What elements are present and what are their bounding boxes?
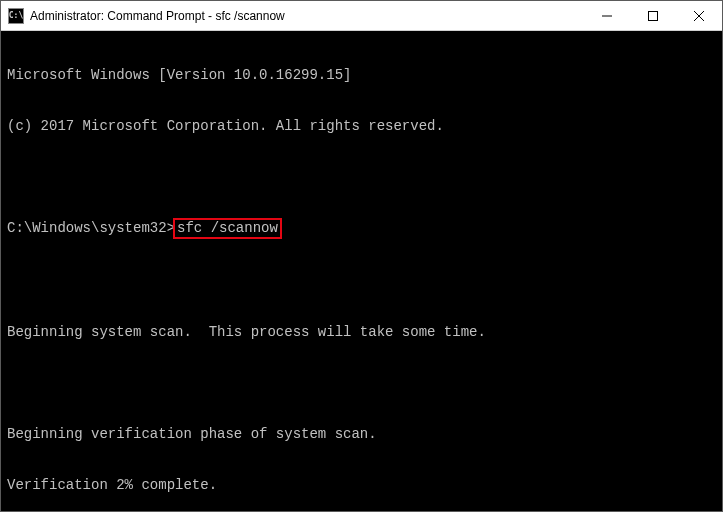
window-title: Administrator: Command Prompt - sfc /sca…: [30, 9, 584, 23]
close-button[interactable]: [676, 1, 722, 30]
verification-progress-line: Verification 2% complete.: [7, 477, 716, 494]
console-area[interactable]: Microsoft Windows [Version 10.0.16299.15…: [1, 31, 722, 511]
blank-line: [7, 169, 716, 186]
scan-begin-line: Beginning system scan. This process will…: [7, 324, 716, 341]
blank-line: [7, 375, 716, 392]
command-prompt-window: C:\ Administrator: Command Prompt - sfc …: [0, 0, 723, 512]
minimize-icon: [602, 11, 612, 21]
blank-line: [7, 273, 716, 290]
maximize-button[interactable]: [630, 1, 676, 30]
version-line: Microsoft Windows [Version 10.0.16299.15…: [7, 67, 716, 84]
prompt-line: C:\Windows\system32>sfc /scannow: [7, 220, 716, 239]
command-highlight: sfc /scannow: [173, 218, 282, 239]
window-controls: [584, 1, 722, 30]
prompt-text: C:\Windows\system32>: [7, 220, 175, 236]
close-icon: [694, 11, 704, 21]
copyright-line: (c) 2017 Microsoft Corporation. All righ…: [7, 118, 716, 135]
titlebar[interactable]: C:\ Administrator: Command Prompt - sfc …: [1, 1, 722, 31]
verification-phase-line: Beginning verification phase of system s…: [7, 426, 716, 443]
maximize-icon: [648, 11, 658, 21]
app-icon: C:\: [8, 8, 24, 24]
svg-rect-1: [649, 11, 658, 20]
minimize-button[interactable]: [584, 1, 630, 30]
